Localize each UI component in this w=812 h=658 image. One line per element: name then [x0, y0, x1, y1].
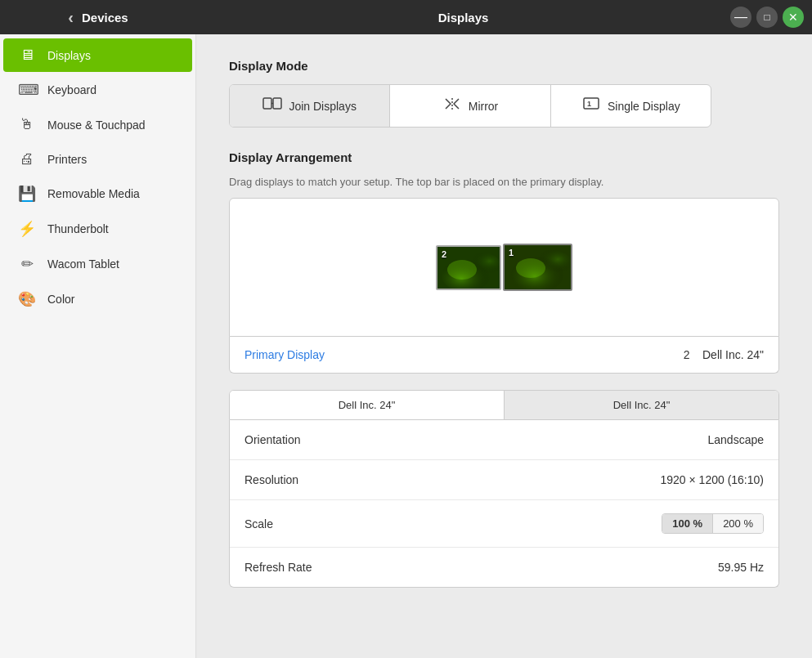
single-display-button[interactable]: 1 Single Display [551, 85, 711, 127]
mouse-icon: 🖱 [18, 116, 36, 133]
monitor-tabs: Dell Inc. 24" Dell Inc. 24" [229, 390, 779, 420]
arrangement-title: Display Arrangement [229, 150, 779, 164]
sidebar-label-wacom: Wacom Tablet [47, 257, 119, 271]
display-num-1: 1 [509, 248, 514, 257]
sidebar-label-color: Color [47, 293, 74, 306]
primary-display-label: Primary Display [244, 348, 325, 361]
mirror-label: Mirror [469, 100, 499, 113]
resolution-row: Resolution 1920 × 1200 (16:10) [230, 460, 778, 500]
main-container: 🖥 Displays ⌨ Keyboard 🖱 Mouse & Touchpad… [0, 34, 812, 658]
content-area: Display Mode Join Displays [196, 34, 812, 658]
maximize-button[interactable]: □ [756, 7, 778, 28]
sidebar-item-wacom-tablet[interactable]: ✏ Wacom Tablet [3, 247, 192, 281]
monitor-tab-2[interactable]: Dell Inc. 24" [505, 391, 778, 419]
mirror-icon [442, 96, 462, 115]
color-icon: 🎨 [18, 290, 36, 308]
thunderbolt-icon: ⚡ [18, 220, 36, 238]
orientation-row: Orientation Landscape [230, 420, 778, 460]
orientation-value: Landscape [707, 433, 764, 446]
keyboard-icon: ⌨ [18, 81, 36, 99]
titlebar-title: Displays [196, 11, 730, 25]
sidebar-label-displays: Displays [47, 49, 91, 62]
titlebar-sidebar-section: ‹ Devices [0, 8, 196, 27]
removable-media-icon: 💾 [18, 185, 36, 203]
scale-buttons: 100 % 200 % [662, 513, 764, 534]
scale-label: Scale [244, 517, 273, 530]
sidebar-item-keyboard[interactable]: ⌨ Keyboard [3, 73, 192, 107]
sidebar-item-removable-media[interactable]: 💾 Removable Media [3, 177, 192, 211]
sidebar-item-printers[interactable]: 🖨 Printers [3, 142, 192, 176]
titlebar: ‹ Devices Displays — □ ✕ [0, 0, 812, 34]
sidebar-item-displays[interactable]: 🖥 Displays [3, 38, 192, 72]
refresh-rate-value: 59.95 Hz [718, 561, 764, 574]
monitor-tab-1[interactable]: Dell Inc. 24" [230, 391, 505, 419]
titlebar-devices-label: Devices [82, 11, 128, 25]
displays-icon: 🖥 [18, 47, 36, 64]
scale-200-button[interactable]: 200 % [713, 514, 763, 533]
svg-point-13 [516, 258, 545, 278]
mirror-button[interactable]: Mirror [390, 85, 550, 127]
arrangement-subtitle: Drag displays to match your setup. The t… [229, 176, 779, 188]
minimize-button[interactable]: — [730, 7, 751, 28]
sidebar-item-color[interactable]: 🎨 Color [3, 282, 192, 316]
back-button[interactable]: ‹ [68, 8, 74, 27]
arrangement-container: 2 [229, 198, 779, 374]
display-thumbnails: 2 [436, 244, 572, 291]
join-displays-label: Join Displays [289, 100, 356, 113]
resolution-label: Resolution [244, 473, 298, 486]
close-button[interactable]: ✕ [783, 7, 804, 28]
primary-display-row: Primary Display 2 Dell Inc. 24" [229, 337, 779, 374]
svg-text:1: 1 [587, 100, 591, 108]
orientation-label: Orientation [244, 433, 300, 446]
sidebar-item-mouse-touchpad[interactable]: 🖱 Mouse & Touchpad [3, 108, 192, 141]
primary-monitor-name: Dell Inc. 24" [702, 348, 764, 361]
wacom-icon: ✏ [18, 255, 36, 273]
single-display-icon: 1 [581, 96, 601, 115]
scale-row: Scale 100 % 200 % [230, 500, 778, 548]
sidebar-label-thunderbolt: Thunderbolt [47, 222, 109, 235]
svg-rect-1 [273, 98, 281, 109]
sidebar-label-printers: Printers [47, 153, 87, 166]
svg-rect-0 [263, 98, 271, 109]
svg-point-9 [447, 260, 477, 280]
primary-monitor-num: 2 [684, 348, 690, 361]
join-icon [262, 96, 282, 115]
refresh-rate-label: Refresh Rate [244, 561, 312, 574]
sidebar-item-thunderbolt[interactable]: ⚡ Thunderbolt [3, 212, 192, 246]
display-mode-buttons: Join Displays Mirror 1 [229, 84, 711, 128]
join-displays-button[interactable]: Join Displays [230, 85, 390, 127]
sidebar-label-removable: Removable Media [47, 187, 140, 200]
primary-display-info: 2 Dell Inc. 24" [684, 348, 764, 361]
window-controls: — □ ✕ [730, 7, 812, 28]
arrangement-box: 2 [229, 198, 779, 337]
sidebar: 🖥 Displays ⌨ Keyboard 🖱 Mouse & Touchpad… [0, 34, 196, 658]
sidebar-label-mouse: Mouse & Touchpad [47, 119, 146, 132]
resolution-value: 1920 × 1200 (16:10) [661, 473, 765, 486]
display-num-2: 2 [442, 249, 446, 259]
single-display-label: Single Display [608, 100, 680, 113]
printer-icon: 🖨 [18, 150, 36, 168]
display-mode-title: Display Mode [229, 59, 779, 73]
settings-table: Orientation Landscape Resolution 1920 × … [229, 420, 779, 588]
scale-100-button[interactable]: 100 % [662, 514, 713, 533]
refresh-rate-row: Refresh Rate 59.95 Hz [230, 548, 778, 587]
display-thumb-1[interactable]: 1 [503, 244, 572, 291]
sidebar-label-keyboard: Keyboard [47, 83, 96, 96]
display-thumb-2[interactable]: 2 [436, 245, 501, 290]
